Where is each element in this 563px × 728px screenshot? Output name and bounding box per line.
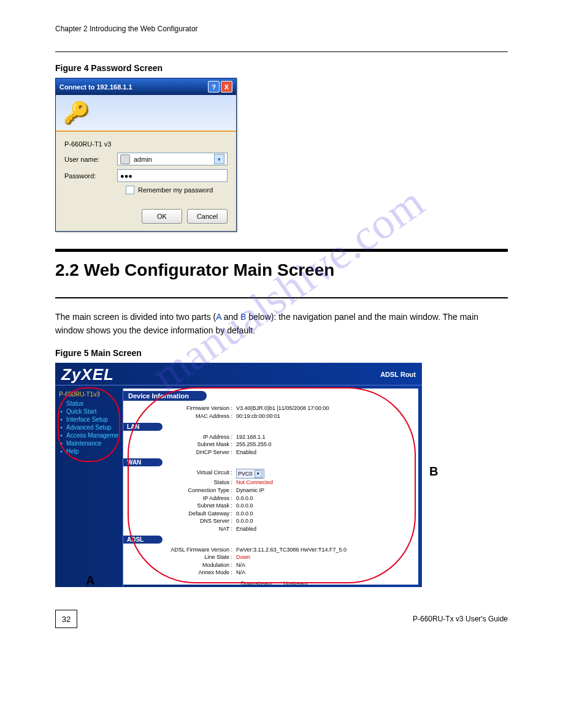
password-input[interactable]: ●●●	[117, 169, 228, 182]
product-name-right: ADSL Rout	[380, 371, 416, 378]
nav-item-interface[interactable]: ▪Interface Setup	[59, 416, 123, 423]
wan-nat-label: NAT :	[128, 525, 236, 533]
adsl-fw-value: FwVer:3.11.2.63_TC3086 HwVer:T14.F7_5.0	[236, 546, 413, 554]
wan-mask-value: 0.0.0.0	[236, 502, 413, 510]
cat-wan: WAN	[123, 458, 163, 466]
chevron-down-icon: ▾	[255, 470, 262, 478]
username-value: admin	[134, 156, 152, 163]
auth-dialog: Connect to 192.168.1.1 ? X 🔑 P-660RU-T1 …	[55, 78, 237, 232]
col-down: Downstream	[236, 580, 272, 585]
nav-item-maintenance[interactable]: ▪Maintenance	[59, 440, 123, 447]
password-value: ●●●	[120, 172, 132, 180]
close-icon[interactable]: X	[221, 81, 232, 93]
ok-button[interactable]: OK	[142, 209, 182, 224]
figure4-caption: Figure 4 Password Screen	[55, 63, 508, 73]
cat-lan: LAN	[123, 423, 163, 431]
fw-label: Firmware Version :	[128, 404, 236, 412]
plus-icon: ▪	[59, 417, 64, 422]
wan-vc-label: Virtual Circuit :	[128, 469, 236, 479]
adsl-annex-label: Annex Mode :	[128, 569, 236, 577]
panel-title: Device Information	[123, 391, 207, 401]
username-label: User name:	[64, 156, 117, 163]
page-number: 32	[55, 610, 77, 628]
wan-dns-value: 0.0.0.0	[236, 517, 413, 525]
minus-icon: ▪	[59, 401, 64, 406]
plus-icon: ▪	[59, 449, 64, 454]
nav-item-help[interactable]: ▪Help	[59, 448, 123, 455]
wan-status-label: Status :	[128, 479, 236, 487]
nav-item-quickstart[interactable]: ▪Quick Start	[59, 408, 123, 415]
wan-mask-label: Subnet Mask :	[128, 502, 236, 510]
label-a: A	[86, 574, 94, 588]
cancel-button[interactable]: Cancel	[187, 209, 228, 224]
router-main-screen: ZyXEL ADSL Rout P-660RU-T1v3 ▪Status ▪Qu…	[55, 363, 422, 587]
adsl-line-label: Line State :	[128, 553, 236, 561]
adsl-mod-label: Modulation :	[128, 561, 236, 569]
main-window: Device Information Firmware Version :V3.…	[123, 389, 418, 585]
dialog-title-text: Connect to 192.168.1.1	[59, 83, 132, 91]
guide-name: P-660RU-Tx v3 User's Guide	[413, 615, 508, 623]
mac-label: MAC Address :	[128, 412, 236, 420]
password-label: Password:	[64, 172, 117, 180]
nav-item-status[interactable]: ▪Status	[59, 400, 123, 407]
wan-status-value: Not Connected	[236, 479, 413, 487]
plus-icon: ▪	[59, 433, 64, 438]
username-combo[interactable]: admin ▾	[117, 153, 228, 165]
adsl-mod-value: N/A	[236, 561, 413, 569]
section-intro: The main screen is divided into two part…	[55, 311, 508, 337]
wan-gw-value: 0.0.0.0	[236, 510, 413, 518]
lan-dhcp-value: Enabled	[236, 449, 413, 457]
section-title: 2.2 Web Configurator Main Screen	[55, 260, 508, 280]
wan-vc-select[interactable]: PVC0▾	[236, 469, 264, 479]
lan-mask-value: 255.255.255.0	[236, 441, 413, 449]
remember-label: Remember my password	[138, 186, 213, 194]
navigation-panel: P-660RU-T1v3 ▪Status ▪Quick Start ▪Inter…	[55, 389, 123, 587]
dialog-banner: 🔑	[56, 95, 236, 132]
ref-a: A	[216, 312, 221, 322]
label-b: B	[429, 464, 438, 479]
col-up: Upstream	[272, 580, 307, 585]
lan-ip-value: 192.168.1.1	[236, 433, 413, 441]
plus-icon: ▪	[59, 425, 64, 430]
zyxel-logo: ZyXEL	[61, 365, 114, 384]
wan-ip-value: 0.0.0.0	[236, 495, 413, 502]
plus-icon: ▪	[59, 409, 64, 414]
mac-value: 00:19:cb:00:00:01	[236, 412, 413, 420]
adsl-line-value: Down	[236, 553, 413, 561]
user-icon	[120, 154, 130, 164]
header-rule	[55, 51, 508, 52]
dialog-titlebar: Connect to 192.168.1.1 ? X	[56, 78, 236, 95]
wan-ip-label: IP Address :	[128, 495, 236, 502]
wan-ctype-label: Connection Type :	[128, 487, 236, 495]
lan-ip-label: IP Address :	[128, 433, 236, 441]
section-rule-bottom	[55, 297, 508, 298]
nav-item-advanced[interactable]: ▪Advanced Setup	[59, 424, 123, 431]
adsl-fw-label: ADSL Firmware Version :	[128, 546, 236, 554]
adsl-annex-value: N/A	[236, 569, 413, 577]
plus-icon: ▪	[59, 441, 64, 446]
fw-value: V3.40(BJR.0)b1 |11/05/2008 17:00:00	[236, 404, 413, 412]
chapter-header: Chapter 2 Introducing the Web Configurat…	[55, 25, 508, 33]
nav-item-access[interactable]: ▪Access Manageme	[59, 432, 123, 439]
chevron-down-icon[interactable]: ▾	[214, 154, 224, 164]
keys-icon: 🔑	[63, 100, 89, 124]
remember-checkbox[interactable]	[126, 186, 134, 194]
nav-device-title: P-660RU-T1v3	[59, 391, 123, 398]
ref-b: B	[240, 312, 246, 322]
wan-gw-label: Default Gateway :	[128, 510, 236, 518]
wan-dns-label: DNS Server :	[128, 517, 236, 525]
help-icon[interactable]: ?	[208, 81, 220, 93]
section-rule-top	[55, 249, 508, 252]
cat-adsl: ADSL	[123, 536, 163, 544]
wan-ctype-value: Dynamic IP	[236, 487, 413, 495]
device-name-text: P-660RU-T1 v3	[64, 140, 228, 148]
figure5-caption: Figure 5 Main Screen	[55, 348, 508, 358]
lan-mask-label: Subnet Mask :	[128, 441, 236, 449]
lan-dhcp-label: DHCP Server :	[128, 449, 236, 457]
wan-nat-value: Enabled	[236, 525, 413, 533]
